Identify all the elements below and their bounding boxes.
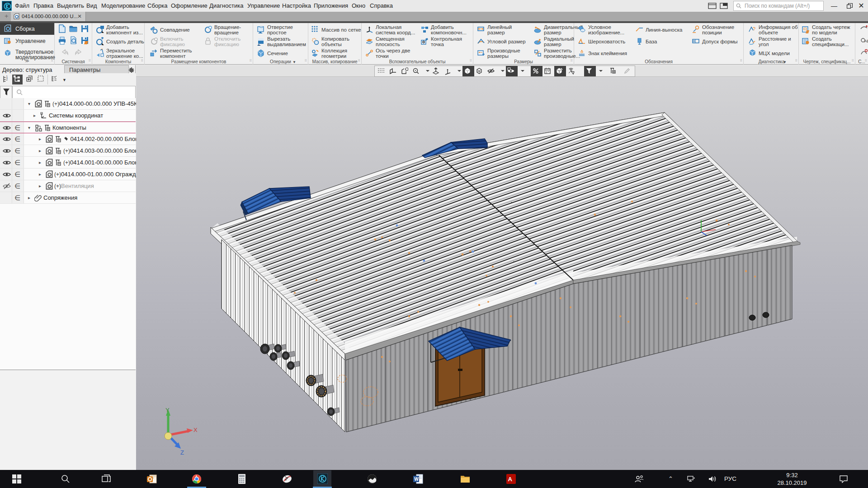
svg-text:АБ: АБ	[864, 39, 868, 43]
svg-text:Y: Y	[165, 407, 170, 413]
svg-text:W: W	[414, 477, 419, 482]
svg-text:Z: Z	[180, 449, 184, 456]
svg-text:?: ?	[753, 26, 755, 32]
svg-text:A: A	[508, 476, 513, 483]
svg-text:2: 2	[6, 78, 8, 81]
svg-text:X: X	[193, 427, 198, 433]
